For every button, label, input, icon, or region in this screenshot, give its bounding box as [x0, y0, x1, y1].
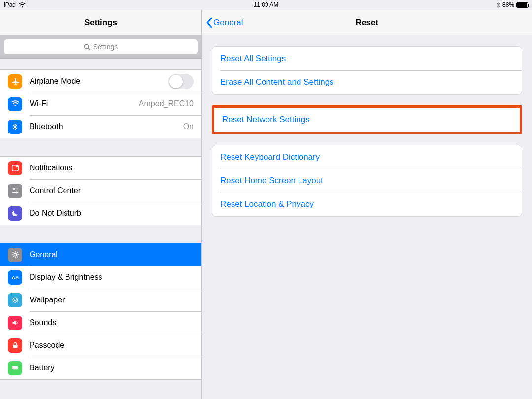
display-icon: AA: [8, 270, 22, 285]
notifications-label: Notifications: [30, 164, 194, 172]
battery-percent: 88%: [502, 1, 514, 8]
reset-group-2: Reset Network Settings: [212, 105, 522, 134]
passcode-label: Passcode: [30, 341, 194, 350]
reset-group-1: Reset All Settings Erase All Content and…: [212, 46, 522, 95]
erase-all-content[interactable]: Erase All Content and Settings: [212, 70, 522, 94]
svg-line-15: [17, 252, 18, 253]
svg-point-3: [16, 165, 18, 167]
control-center-label: Control Center: [30, 186, 194, 195]
bluetooth-label: Bluetooth: [30, 122, 183, 131]
sidebar-item-airplane[interactable]: Airplane Mode: [0, 70, 201, 93]
battery-row-icon: [8, 361, 22, 375]
sidebar-item-notifications[interactable]: Notifications: [0, 157, 201, 179]
reset-location-label: Reset Location & Privacy: [220, 200, 314, 209]
search-icon: [84, 44, 90, 50]
sidebar-item-bluetooth[interactable]: Bluetooth On: [0, 115, 201, 138]
reset-network-label: Reset Network Settings: [222, 115, 310, 125]
airplane-toggle[interactable]: [168, 74, 194, 89]
svg-rect-22: [12, 367, 17, 369]
chevron-left-icon: [206, 17, 212, 28]
sidebar-group-alerts: Notifications Control Center Do Not Dist…: [0, 156, 201, 225]
wifi-row-icon: [8, 97, 22, 111]
sidebar-item-control-center[interactable]: Control Center: [0, 179, 201, 202]
split-view: Settings Settings Airplane Mode: [0, 10, 532, 399]
wifi-label: Wi-Fi: [30, 100, 139, 108]
sidebar-item-battery[interactable]: Battery: [0, 357, 201, 379]
reset-home-screen[interactable]: Reset Home Screen Layout: [212, 169, 522, 193]
sidebar-title: Settings: [84, 18, 117, 28]
svg-text:AA: AA: [11, 275, 18, 280]
sounds-icon: [8, 316, 22, 330]
dnd-icon: [8, 206, 22, 221]
reset-all-label: Reset All Settings: [220, 54, 286, 64]
sidebar-item-display[interactable]: AA Display & Brightness: [0, 266, 201, 289]
bluetooth-row-icon: [8, 120, 22, 134]
sidebar-item-sounds[interactable]: Sounds: [0, 311, 201, 334]
svg-point-19: [14, 299, 16, 301]
control-center-icon: [8, 184, 22, 198]
sounds-label: Sounds: [30, 318, 194, 327]
general-label: General: [30, 250, 194, 259]
wallpaper-icon: [8, 293, 22, 307]
battery-icon: [516, 2, 528, 8]
svg-line-14: [17, 256, 18, 257]
search-input[interactable]: Settings: [4, 39, 198, 54]
reset-network-settings[interactable]: Reset Network Settings: [214, 108, 520, 132]
back-button[interactable]: General: [206, 10, 243, 35]
detail-title: Reset: [356, 18, 378, 28]
notifications-icon: [8, 161, 22, 175]
erase-all-label: Erase All Content and Settings: [220, 77, 334, 87]
svg-line-1: [88, 48, 90, 50]
svg-line-16: [12, 256, 13, 257]
detail-nav: General Reset: [202, 10, 532, 35]
reset-group-3: Reset Keyboard Dictionary Reset Home Scr…: [212, 145, 522, 217]
bluetooth-status-icon: [497, 2, 500, 8]
sidebar-group-connectivity: Airplane Mode Wi-Fi Amped_REC10 Bluetoot…: [0, 69, 201, 138]
passcode-icon: [8, 338, 22, 353]
bluetooth-value: On: [183, 122, 194, 131]
reset-home-label: Reset Home Screen Layout: [220, 176, 323, 186]
general-icon: [8, 248, 22, 262]
svg-point-18: [13, 298, 18, 302]
sidebar-item-wallpaper[interactable]: Wallpaper: [0, 289, 201, 311]
carrier-label: iPad: [4, 1, 16, 8]
reset-location-privacy[interactable]: Reset Location & Privacy: [212, 193, 522, 216]
search-bar[interactable]: Settings: [0, 35, 201, 59]
sidebar-item-passcode[interactable]: Passcode: [0, 334, 201, 357]
screen: iPad 11:09 AM 88% Settings: [0, 0, 532, 399]
reset-all-settings[interactable]: Reset All Settings: [212, 47, 522, 70]
sidebar-item-dnd[interactable]: Do Not Disturb: [0, 202, 201, 225]
status-time: 11:09 AM: [179, 1, 354, 8]
wallpaper-label: Wallpaper: [30, 296, 194, 304]
dnd-label: Do Not Disturb: [30, 209, 194, 218]
reset-keyboard-dictionary[interactable]: Reset Keyboard Dictionary: [212, 145, 522, 169]
sidebar-nav: Settings: [0, 10, 201, 35]
svg-line-13: [12, 252, 13, 253]
detail-pane: General Reset Reset All Settings Erase A…: [202, 10, 532, 399]
wifi-icon: [19, 2, 26, 8]
sidebar-item-general[interactable]: General: [0, 243, 201, 266]
wifi-value: Amped_REC10: [139, 100, 194, 108]
reset-keyboard-label: Reset Keyboard Dictionary: [220, 152, 320, 162]
sidebar-group-general: General AA Display & Brightness Wallpape…: [0, 243, 201, 380]
display-label: Display & Brightness: [30, 273, 194, 282]
search-placeholder: Settings: [93, 43, 118, 51]
sidebar-item-wifi[interactable]: Wi-Fi Amped_REC10: [0, 93, 201, 115]
svg-rect-23: [17, 367, 18, 369]
airplane-icon: [8, 74, 22, 89]
battery-label: Battery: [30, 364, 194, 372]
airplane-label: Airplane Mode: [30, 77, 168, 86]
svg-point-8: [14, 253, 16, 256]
status-left: iPad: [4, 1, 179, 8]
back-label: General: [213, 18, 243, 28]
svg-rect-20: [13, 345, 17, 348]
status-right: 88%: [353, 1, 528, 8]
status-bar: iPad 11:09 AM 88%: [0, 0, 532, 10]
sidebar: Settings Settings Airplane Mode: [0, 10, 202, 399]
